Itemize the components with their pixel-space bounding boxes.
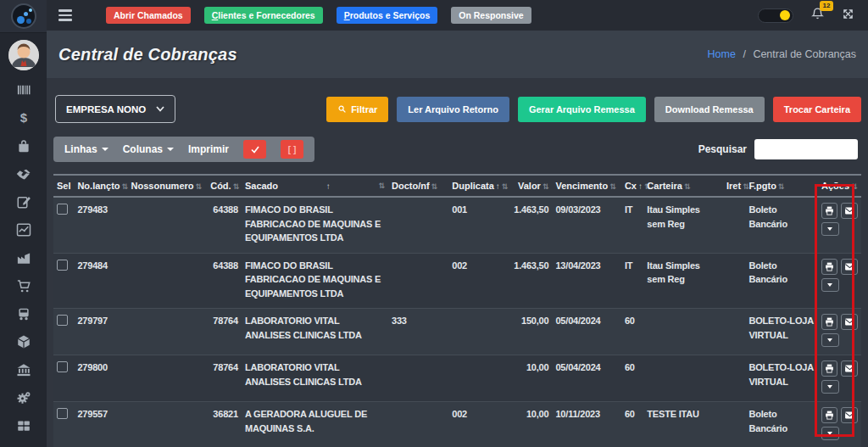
column-header-lancto[interactable]: No.lançto⇅ bbox=[74, 175, 127, 197]
column-header-nossonumero[interactable]: Nossonumero⇅ bbox=[128, 175, 208, 197]
company-select-value: EMPRESA NONO bbox=[66, 104, 146, 115]
sort-icon: ⇅ bbox=[431, 182, 438, 191]
nav-button-abrir-chamados[interactable]: Abrir Chamados bbox=[106, 7, 191, 24]
barcode-icon[interactable] bbox=[14, 82, 33, 98]
menu-icon[interactable] bbox=[58, 9, 72, 21]
dollar-sign-icon[interactable]: $ bbox=[14, 110, 33, 126]
cell-carteira bbox=[643, 309, 723, 355]
search-input[interactable] bbox=[754, 139, 858, 159]
chart-line-icon[interactable] bbox=[14, 222, 33, 237]
user-avatar[interactable] bbox=[8, 40, 39, 70]
column-header-duplicata[interactable]: Duplicata↑⇅ bbox=[448, 175, 502, 197]
printer-icon bbox=[824, 261, 835, 272]
column-header-iret[interactable]: Iret⇅ bbox=[723, 175, 745, 197]
print-boleto-button[interactable] bbox=[821, 259, 838, 275]
print-boleto-button[interactable] bbox=[821, 203, 838, 219]
send-email-button[interactable] bbox=[841, 314, 858, 330]
brackets-button[interactable]: [ ] bbox=[281, 140, 303, 159]
app-logo[interactable] bbox=[0, 0, 47, 33]
table-grid-icon[interactable] bbox=[14, 418, 33, 433]
nav-button-produtos-e-servicos[interactable]: Produtos e Serviços bbox=[337, 7, 438, 24]
row-checkbox[interactable] bbox=[57, 260, 68, 271]
printer-icon bbox=[824, 363, 835, 374]
column-header-docto[interactable]: Docto/nf⇅ bbox=[388, 175, 448, 197]
edit-icon[interactable] bbox=[14, 194, 33, 210]
ler-arquivo-retorno-button[interactable]: Ler Arquivo Retorno bbox=[397, 97, 509, 122]
shopping-cart-icon[interactable] bbox=[14, 278, 33, 293]
confirm-check-button[interactable] bbox=[243, 140, 266, 159]
send-email-button[interactable] bbox=[841, 360, 858, 377]
row-checkbox[interactable] bbox=[57, 408, 68, 419]
cell-vencimento: 09/03/2023 bbox=[552, 197, 620, 253]
chevron-down-icon bbox=[827, 283, 832, 287]
cell-nossonumero bbox=[128, 355, 208, 402]
cell-docto bbox=[388, 197, 448, 253]
chevron-down-icon bbox=[156, 106, 164, 112]
chart-area-icon[interactable] bbox=[14, 250, 33, 265]
download-remessa-button[interactable]: Download Remessa bbox=[654, 97, 765, 122]
check-icon bbox=[250, 144, 260, 154]
shopping-bag-icon[interactable] bbox=[14, 138, 33, 154]
send-email-button[interactable] bbox=[841, 407, 858, 423]
chevron-down-icon bbox=[827, 432, 832, 435]
cell-cod: 78764 bbox=[207, 309, 242, 355]
sort-icon: ⇅ bbox=[684, 182, 691, 191]
cell-nossonumero bbox=[128, 309, 208, 355]
more-actions-button[interactable] bbox=[821, 278, 839, 292]
chevron-down-icon bbox=[827, 338, 832, 342]
column-header-valor[interactable]: Valor⇅ bbox=[502, 175, 552, 197]
sidebar: $ bbox=[0, 0, 47, 447]
breadcrumb-home-link[interactable]: Home bbox=[708, 48, 736, 60]
cell-docto bbox=[388, 253, 448, 309]
column-header-carteira[interactable]: Carteira⇅ bbox=[643, 175, 723, 197]
row-checkbox[interactable] bbox=[57, 361, 68, 372]
cube-icon[interactable] bbox=[14, 334, 33, 349]
gerar-arquivo-remessa-button[interactable]: Gerar Arquivo Remessa bbox=[518, 97, 646, 122]
filtrar-button[interactable]: Filtrar bbox=[326, 97, 388, 122]
imprimir-button[interactable]: Imprimir bbox=[188, 143, 229, 155]
truck-icon[interactable] bbox=[14, 306, 33, 321]
column-header-sel[interactable]: Sel bbox=[53, 175, 74, 197]
send-email-button[interactable] bbox=[841, 259, 858, 275]
trocar-carteira-button[interactable]: Trocar Carteira bbox=[773, 97, 861, 122]
notifications-bell-icon[interactable]: 12 bbox=[810, 7, 825, 25]
cell-fpgto: Boleto Bancário bbox=[745, 197, 818, 253]
chevron-down-icon bbox=[827, 227, 832, 231]
gears-icon[interactable] bbox=[14, 390, 33, 405]
cell-fpgto: Boleto Bancário bbox=[745, 402, 818, 447]
cell-vencimento: 05/04/2024 bbox=[552, 355, 620, 402]
envelope-icon bbox=[844, 261, 855, 272]
colunas-dropdown[interactable]: Colunas bbox=[123, 143, 174, 155]
table-row: 27948364388FIMACO DO BRASIL FABRICACAO D… bbox=[53, 197, 861, 253]
sort-icon: ⇅ bbox=[502, 182, 509, 191]
sort-icon: ⇅ bbox=[233, 182, 240, 191]
linhas-dropdown[interactable]: Linhas bbox=[64, 143, 108, 155]
theme-toggle[interactable] bbox=[758, 8, 793, 23]
print-boleto-button[interactable] bbox=[821, 314, 838, 330]
nav-button-on-responsive[interactable]: On Responsive bbox=[451, 7, 531, 24]
handshake-icon[interactable] bbox=[14, 166, 33, 182]
bank-icon[interactable] bbox=[14, 362, 33, 377]
column-header-cod[interactable]: Cód.⇅ bbox=[207, 175, 242, 197]
column-header-vencimento[interactable]: Vencimento⇅ bbox=[552, 175, 620, 197]
row-checkbox[interactable] bbox=[57, 204, 68, 215]
more-actions-button[interactable] bbox=[821, 427, 839, 440]
fullscreen-expand-icon[interactable] bbox=[842, 8, 854, 24]
nav-button-clientes-e-fornecedores[interactable]: Clientes e Fornecedores bbox=[204, 7, 323, 24]
more-actions-button[interactable] bbox=[821, 380, 839, 394]
more-actions-button[interactable] bbox=[821, 333, 839, 347]
cell-valor: 1.463,50 bbox=[502, 253, 552, 309]
column-header-acoes[interactable]: Ações⇅ bbox=[818, 175, 861, 197]
print-boleto-button[interactable] bbox=[821, 360, 838, 377]
more-actions-button[interactable] bbox=[821, 222, 839, 236]
column-header-cx[interactable]: Cx↑⇅ bbox=[621, 175, 643, 197]
main-content: EMPRESA NONO FiltrarLer Arquivo RetornoG… bbox=[47, 78, 868, 447]
column-header-fpgto[interactable]: F.pgto⇅ bbox=[745, 175, 818, 197]
cell-cx: IT bbox=[621, 197, 643, 253]
row-checkbox[interactable] bbox=[57, 315, 68, 326]
print-boleto-button[interactable] bbox=[821, 407, 838, 423]
sort-icon: ⇅ bbox=[609, 182, 616, 191]
company-select[interactable]: EMPRESA NONO bbox=[55, 95, 175, 123]
send-email-button[interactable] bbox=[841, 203, 858, 219]
column-header-sacado[interactable]: Sacado↑⇅ bbox=[242, 175, 388, 197]
